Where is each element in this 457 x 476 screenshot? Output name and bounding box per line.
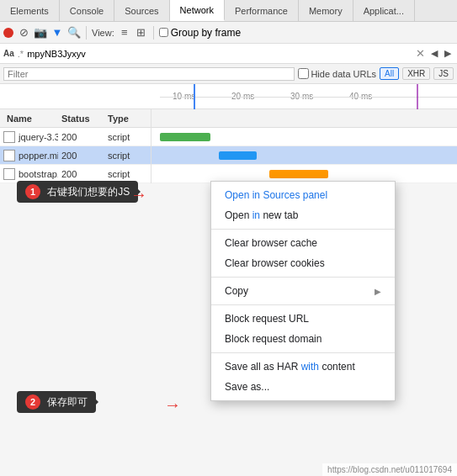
grid-view-icon[interactable]: ⊞ <box>135 26 148 40</box>
list-view-icon[interactable]: ≡ <box>118 26 131 40</box>
separator-1 <box>86 26 87 40</box>
search-bar: Aa .* ✕ ◀ ▶ <box>0 44 457 64</box>
dot-label: .* <box>18 49 24 59</box>
annotation-bubble-2: 2 保存即可 <box>17 391 96 413</box>
filter-icon[interactable]: ▼ <box>50 26 64 40</box>
hide-urls-label: Hide data URLs <box>311 69 376 79</box>
search-clear-icon[interactable]: ✕ <box>416 47 425 60</box>
annotation-bubble-1: 1 右键我们想要的JS <box>17 181 138 203</box>
menu-open-tab[interactable]: Open in new tab <box>211 205 395 225</box>
file-icon-popper <box>3 150 15 161</box>
footer-url: https://blog.csdn.net/u011017694 <box>322 463 457 476</box>
menu-clear-cache-label: Clear browser cache <box>225 237 317 249</box>
file-icon-bootstrap <box>3 168 15 180</box>
waterfall-row-1 <box>151 128 457 146</box>
view-label: View: <box>92 28 114 38</box>
menu-save-har-label: Save all as HAR with content <box>225 361 355 373</box>
filter-xhr-button[interactable]: XHR <box>402 67 430 80</box>
table-header: Name Status Type <box>0 109 151 128</box>
menu-save-as-label: Save as... <box>225 381 269 393</box>
nav-buttons: ◀ ▶ <box>428 48 454 59</box>
main-area: Name Status Type jquery-3.3.1.slim.min.j… <box>0 109 457 183</box>
aa-label: Aa <box>3 49 14 58</box>
menu-divider-1 <box>211 229 395 230</box>
filter-bar: Hide data URLs All XHR JS <box>0 64 457 84</box>
menu-block-domain[interactable]: Block request domain <box>211 329 395 349</box>
timeline-purple-marker <box>417 84 418 109</box>
bar-popper <box>219 151 257 160</box>
menu-divider-3 <box>211 304 395 305</box>
network-table: Name Status Type jquery-3.3.1.slim.min.j… <box>0 109 151 183</box>
table-row[interactable]: jquery-3.3.1.slim.min.js 200 script <box>0 128 151 146</box>
waterfall-row-2 <box>151 146 457 165</box>
waterfall-panel <box>151 109 457 183</box>
timeline-area: 10 ms 20 ms 30 ms 40 ms <box>0 84 457 109</box>
bar-bootstrap <box>269 170 328 178</box>
menu-block-url[interactable]: Block request URL <box>211 309 395 329</box>
group-frame-input[interactable] <box>159 28 168 37</box>
row-name-bootstrap: bootstrap.min.js <box>0 168 58 180</box>
hide-urls-checkbox[interactable]: Hide data URLs <box>298 68 376 79</box>
waterfall-header <box>151 109 457 128</box>
filter-js-button[interactable]: JS <box>433 67 454 80</box>
menu-copy-label: Copy <box>225 285 248 297</box>
group-by-frame-checkbox[interactable]: Group by frame <box>159 27 241 39</box>
tab-sources[interactable]: Sources <box>114 0 169 21</box>
search-icon[interactable]: 🔍 <box>67 26 81 40</box>
tab-performance[interactable]: Performance <box>225 0 299 21</box>
row-type-jquery: script <box>104 132 151 142</box>
hide-urls-input[interactable] <box>298 68 309 79</box>
col-type-header: Type <box>104 114 151 124</box>
menu-save-har[interactable]: Save all as HAR with content <box>211 357 395 377</box>
tab-network[interactable]: Network <box>170 0 225 21</box>
tab-application[interactable]: Applicat... <box>353 0 415 21</box>
file-icon-jquery <box>3 131 15 143</box>
menu-divider-4 <box>211 352 395 353</box>
col-name-header: Name <box>0 114 58 124</box>
tab-bar: Elements Console Sources Network Perform… <box>0 0 457 22</box>
annotation-num-1: 1 <box>25 184 40 199</box>
record-button[interactable] <box>3 28 13 38</box>
row-type-popper: script <box>104 151 151 161</box>
filter-all-button[interactable]: All <box>380 67 399 80</box>
row-status-jquery: 200 <box>58 132 104 142</box>
menu-open-tab-label: Open in new tab <box>225 209 298 221</box>
tab-memory[interactable]: Memory <box>299 0 353 21</box>
filter-input[interactable] <box>3 67 295 81</box>
timeline-blue-marker <box>194 84 195 109</box>
arrow-indicator-1: → <box>130 185 147 204</box>
row-status-bootstrap: 200 <box>58 169 104 179</box>
row-type-bootstrap: script <box>104 169 151 179</box>
menu-copy[interactable]: Copy ▶ <box>211 281 395 301</box>
arrow-indicator-2: → <box>164 395 181 415</box>
nav-back-button[interactable]: ◀ <box>428 48 440 59</box>
menu-block-domain-label: Block request domain <box>225 333 321 345</box>
menu-clear-cookies-label: Clear browser cookies <box>225 257 325 269</box>
annotation-text-1: 右键我们想要的JS <box>47 186 130 198</box>
menu-open-sources-label: Open in Sources panel <box>225 189 327 201</box>
search-input[interactable] <box>27 49 412 59</box>
nav-forward-button[interactable]: ▶ <box>442 48 454 59</box>
row-name-popper: popper.min.js <box>0 150 58 161</box>
copy-arrow-icon: ▶ <box>375 287 381 296</box>
group-frame-label: Group by frame <box>171 27 241 39</box>
separator-2 <box>153 26 154 40</box>
annotation-num-2: 2 <box>25 394 40 410</box>
menu-open-sources[interactable]: Open in Sources panel <box>211 185 395 205</box>
context-menu: Open in Sources panel Open in new tab Cl… <box>210 181 396 401</box>
camera-icon[interactable]: 📷 <box>34 26 47 40</box>
row-name-jquery: jquery-3.3.1.slim.min.js <box>0 131 58 143</box>
menu-clear-cookies[interactable]: Clear browser cookies <box>211 253 395 273</box>
clear-icon[interactable]: ⊘ <box>17 26 30 40</box>
menu-block-url-label: Block request URL <box>225 313 309 325</box>
tab-console[interactable]: Console <box>60 0 114 21</box>
row-status-popper: 200 <box>58 151 104 161</box>
waterfall-baseline <box>160 97 457 98</box>
menu-divider-2 <box>211 277 395 278</box>
col-status-header: Status <box>58 114 104 124</box>
tab-elements[interactable]: Elements <box>0 0 60 21</box>
bar-jquery <box>160 133 210 141</box>
menu-save-as[interactable]: Save as... <box>211 377 395 397</box>
table-row[interactable]: popper.min.js 200 script <box>0 146 151 165</box>
menu-clear-cache[interactable]: Clear browser cache <box>211 233 395 253</box>
